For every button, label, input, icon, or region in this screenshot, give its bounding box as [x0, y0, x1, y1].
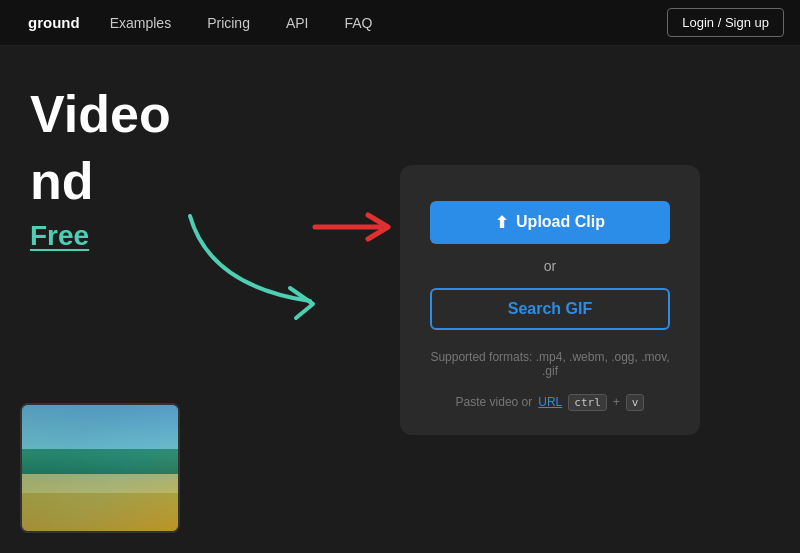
url-link[interactable]: URL [538, 395, 562, 409]
nav-left: ground Examples Pricing API FAQ [16, 0, 391, 46]
upload-icon: ⬆ [495, 213, 508, 232]
paste-text: Paste video or [456, 395, 533, 409]
supported-formats-text: Supported formats: .mp4, .webm, .ogg, .m… [430, 350, 670, 378]
navbar: ground Examples Pricing API FAQ Login / … [0, 0, 800, 46]
login-button[interactable]: Login / Sign up [667, 8, 784, 37]
left-side: Video nd Free [0, 46, 300, 553]
red-arrow-icon [310, 209, 400, 245]
right-side: ⬆ Upload Clip or Search GIF Supported fo… [300, 46, 800, 553]
search-gif-button[interactable]: Search GIF [430, 288, 670, 330]
main-content: Video nd Free ⬆ [0, 46, 800, 553]
upload-clip-button[interactable]: ⬆ Upload Clip [430, 201, 670, 244]
nav-brand[interactable]: ground [16, 14, 92, 31]
plus-sign: + [613, 395, 620, 409]
upload-clip-label: Upload Clip [516, 213, 605, 231]
nav-item-api[interactable]: API [268, 0, 327, 46]
v-key: v [626, 394, 645, 411]
video-thumb-overlay [22, 405, 178, 531]
hero-title-line2: nd [30, 153, 270, 210]
or-divider: or [544, 258, 556, 274]
upload-card: ⬆ Upload Clip or Search GIF Supported fo… [400, 165, 700, 435]
video-thumbnail [20, 403, 180, 533]
nav-item-examples[interactable]: Examples [92, 0, 189, 46]
ctrl-key: ctrl [568, 394, 607, 411]
paste-row: Paste video or URL ctrl + v [456, 394, 645, 411]
hero-title-line1: Video [30, 86, 270, 143]
nav-item-faq[interactable]: FAQ [327, 0, 391, 46]
nav-item-pricing[interactable]: Pricing [189, 0, 268, 46]
red-arrow-decoration [310, 209, 400, 249]
